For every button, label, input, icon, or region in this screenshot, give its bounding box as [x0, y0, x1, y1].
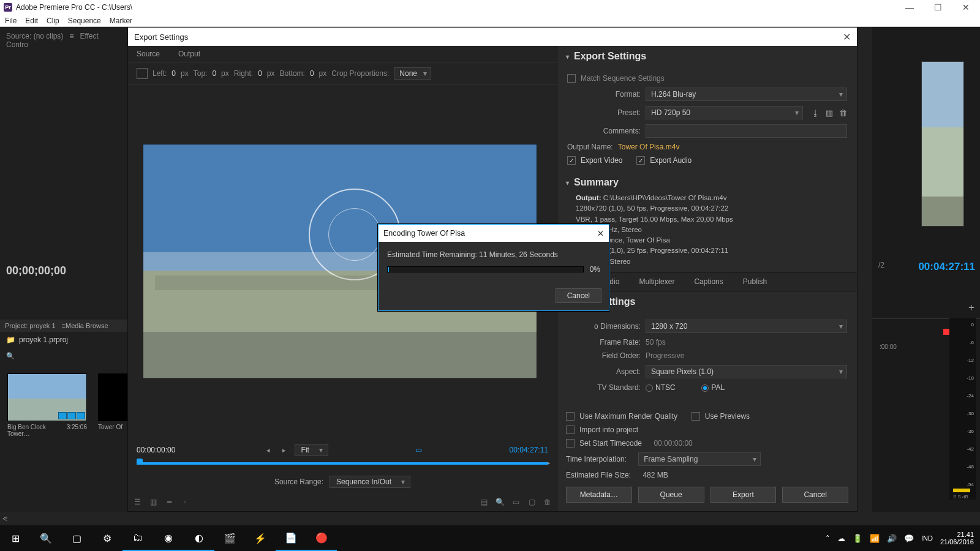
aspect-select[interactable]: Square Pixels (1.0) — [646, 365, 847, 378]
output-name-link[interactable]: Tower Of Pisa.m4v — [618, 143, 680, 151]
section-export-settings[interactable]: Export Settings — [557, 46, 857, 67]
source-panel: Source: (no clips) ≡ Effect Contro 00;00… — [0, 27, 127, 512]
program-panel: /2 00:04:27:11 ＋ :00:00 00:0 0 -6 -12 -1… — [872, 27, 980, 512]
volume-icon[interactable]: 🔊 — [887, 534, 897, 543]
daum-icon[interactable]: ◐ — [184, 525, 214, 551]
search-icon[interactable]: 🔍 — [496, 498, 504, 506]
dialog-close-icon[interactable]: ✕ — [843, 31, 851, 43]
encoding-title: Encoding Tower Of Pisa — [383, 229, 465, 238]
tab-captions[interactable]: Captions — [684, 272, 733, 291]
cancel-button[interactable]: Cancel — [782, 487, 848, 503]
section-summary[interactable]: Summary — [557, 172, 857, 193]
ntsc-radio[interactable] — [646, 384, 653, 392]
menu-edit[interactable]: Edit — [25, 17, 38, 25]
prev-frame-icon[interactable]: ◄ — [263, 447, 274, 454]
use-previews-checkbox[interactable] — [692, 412, 700, 421]
export-button[interactable]: Export — [710, 487, 777, 503]
slider-icon[interactable]: ━ — [165, 498, 173, 506]
onedrive-icon[interactable]: ☁ — [837, 534, 845, 543]
modal-close-icon[interactable]: ✕ — [597, 229, 604, 238]
audio-meter: 0 -6 -12 -18 -24 -30 -36 -42 -48 -54 S S… — [949, 318, 976, 500]
export-audio-checkbox[interactable] — [636, 156, 645, 165]
winamp-icon[interactable]: ⚡ — [245, 525, 276, 551]
next-frame-icon[interactable]: ► — [279, 447, 290, 454]
preset-select[interactable]: HD 720p 50 — [646, 106, 803, 119]
thumb-view-icon[interactable]: ▥ — [149, 498, 157, 506]
source-range-select[interactable]: Sequence In/Out — [330, 476, 410, 488]
source-tab[interactable]: Source: (no clips) — [6, 32, 63, 40]
project-panel: Project: proyek 1 ≡ Media Browse proyek … — [0, 320, 127, 512]
search-icon[interactable]: 🔍 — [31, 525, 61, 551]
dimensions-select[interactable]: 1280 x 720 — [646, 320, 847, 333]
tick-label: :00:00 — [880, 343, 897, 350]
encoding-cancel-button[interactable]: Cancel — [556, 288, 601, 303]
metadata-button[interactable]: Metadata… — [566, 487, 632, 503]
save-preset-icon[interactable]: ⭳ — [812, 108, 820, 118]
clock[interactable]: 21.41 21/06/2016 — [940, 531, 974, 545]
menu-sequence[interactable]: Sequence — [68, 17, 101, 25]
close-icon[interactable]: ✕ — [952, 2, 980, 12]
zoom-fit-select[interactable]: Fit — [295, 444, 328, 456]
add-button-icon[interactable]: ＋ — [967, 301, 976, 314]
maximize-icon[interactable]: ☐ — [924, 2, 952, 12]
preview-scrubber[interactable]: ▸ — [137, 459, 548, 468]
record-icon[interactable]: 🔴 — [306, 525, 337, 551]
tab-project[interactable]: Project: proyek 1 — [5, 322, 56, 329]
menu-file[interactable]: File — [5, 17, 17, 25]
tab-media-browser[interactable]: Media Browse — [66, 322, 108, 329]
trash-icon[interactable]: 🗑 — [543, 498, 552, 506]
estimated-size: 482 MB — [643, 471, 668, 479]
app-icon: Pr — [4, 3, 12, 12]
fx-icon: ᕙ — [2, 515, 7, 523]
start-timecode-checkbox[interactable] — [566, 439, 575, 448]
time-interpolation-select[interactable]: Frame Sampling — [638, 452, 761, 466]
folder-icon — [6, 335, 19, 344]
delete-preset-icon[interactable]: 🗑 — [839, 108, 847, 118]
menu-bar[interactable]: File Edit Clip Sequence Marker — [0, 15, 980, 27]
premiere-icon[interactable]: 🎬 — [214, 525, 245, 551]
format-select[interactable]: H.264 Blu-ray — [646, 88, 847, 101]
tray-chevron-icon[interactable]: ˄ — [826, 534, 830, 543]
start-icon[interactable]: ⊞ — [0, 525, 31, 551]
chrome-icon[interactable]: ◉ — [153, 525, 184, 551]
encoding-progress-modal: Encoding Tower Of Pisa ✕ Estimated Time … — [378, 224, 609, 311]
tab-publish[interactable]: Publish — [733, 272, 777, 291]
in-out-icon[interactable]: ▭ — [415, 446, 422, 454]
new-bin-icon[interactable]: ▤ — [480, 498, 488, 506]
taskview-icon[interactable]: ▢ — [61, 525, 92, 551]
max-render-quality-checkbox[interactable] — [566, 412, 575, 421]
search-icon[interactable] — [6, 351, 15, 360]
crop-icon[interactable] — [137, 68, 148, 79]
settings-icon[interactable]: ⚙ — [92, 525, 123, 551]
taskbar[interactable]: ⊞ 🔍 ▢ ⚙ 🗂 ◉ ◐ 🎬 ⚡ 📄 🔴 ˄ ☁ 🔋 📶 🔊 💬 IND 21… — [0, 525, 980, 551]
tab-output[interactable]: Output — [178, 50, 200, 58]
project-clip[interactable]: Big Ben Clock Tower…3:25:06 — [7, 373, 87, 437]
export-video-checkbox[interactable] — [567, 156, 576, 165]
explorer-icon[interactable]: 🗂 — [123, 525, 153, 551]
tab-multiplexer[interactable]: Multiplexer — [629, 272, 684, 291]
match-sequence-checkbox[interactable] — [567, 74, 576, 83]
folder-icon[interactable]: ▭ — [511, 498, 520, 506]
menu-clip[interactable]: Clip — [47, 17, 59, 25]
import-project-checkbox[interactable] — [566, 425, 575, 434]
wifi-icon[interactable]: 📶 — [870, 534, 880, 543]
list-view-icon[interactable]: ☰ — [133, 498, 141, 506]
app-titlebar: Pr Adobe Premiere Pro CC - C:\Users\ — ☐… — [0, 0, 980, 15]
battery-icon[interactable]: 🔋 — [853, 534, 862, 543]
ime-indicator[interactable]: IND — [921, 534, 933, 542]
comments-input[interactable] — [646, 124, 847, 138]
action-center-icon[interactable]: 💬 — [904, 534, 914, 543]
notepad-icon[interactable]: 📄 — [276, 525, 306, 551]
pal-radio[interactable] — [701, 384, 709, 392]
minimize-icon[interactable]: — — [895, 2, 924, 12]
source-timecode: 00;00;00;00 — [0, 264, 72, 277]
tab-source[interactable]: Source — [137, 50, 160, 58]
project-file: proyek 1.prproj — [19, 335, 68, 344]
crop-proportions-select[interactable]: None — [394, 67, 431, 80]
new-item-icon[interactable]: ▢ — [527, 498, 536, 506]
queue-button[interactable]: Queue — [638, 487, 704, 503]
clip-name: Big Ben Clock Tower… — [7, 424, 67, 437]
preview-timecode-left: 00:00:00:00 — [137, 446, 175, 454]
menu-marker[interactable]: Marker — [110, 17, 132, 25]
import-preset-icon[interactable]: ▥ — [826, 108, 833, 118]
